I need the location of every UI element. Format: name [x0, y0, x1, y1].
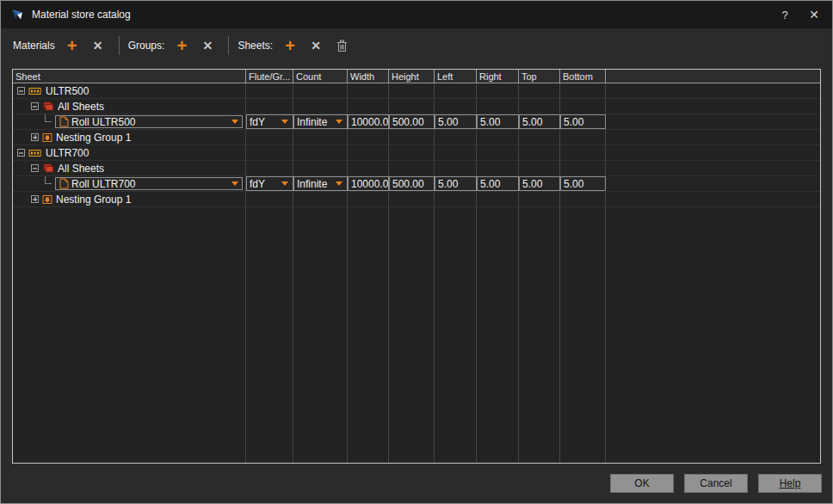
bottom-cell[interactable]: 5.00	[560, 176, 606, 191]
count-cell[interactable]: Infinite	[293, 176, 348, 191]
add-material-button[interactable]: +	[64, 37, 81, 54]
row-label: ULTR500	[46, 85, 89, 97]
close-button[interactable]: ✕	[799, 1, 829, 28]
empty-cell	[246, 130, 293, 144]
sheets-stack-icon	[42, 163, 54, 174]
left-cell[interactable]: 5.00	[435, 176, 477, 191]
empty-cell	[246, 192, 293, 206]
flute-cell[interactable]: fdY	[246, 114, 293, 129]
add-group-button[interactable]: +	[173, 37, 190, 54]
width-cell[interactable]: 10000.00	[348, 176, 389, 191]
left-cell[interactable]: 5.00	[435, 114, 477, 129]
sheet-icon	[59, 116, 69, 127]
column-header[interactable]: Height	[389, 70, 435, 83]
dropdown-arrow-icon[interactable]	[281, 120, 288, 124]
tree-row-material[interactable]: ULTR700	[13, 145, 820, 161]
column-header[interactable]	[606, 70, 820, 83]
tree-row-material[interactable]: ULTR500	[13, 83, 820, 99]
dropdown-arrow-icon[interactable]	[336, 181, 342, 186]
ok-button[interactable]: OK	[610, 474, 674, 493]
empty-cell	[560, 130, 606, 144]
delete-group-button[interactable]: ✕	[199, 37, 216, 54]
dropdown-arrow-icon[interactable]	[231, 181, 238, 186]
add-sheet-button[interactable]: +	[281, 37, 299, 54]
sheet-icon	[59, 178, 69, 189]
empty-column	[389, 207, 435, 463]
tree-row-sheet[interactable]: Roll ULTR700fdYInfinite10000.00500.005.0…	[13, 176, 820, 192]
expander-minus-icon[interactable]	[17, 149, 25, 157]
empty-cell	[293, 192, 348, 206]
tree-row-sheet[interactable]: Roll ULTR500fdYInfinite10000.00500.005.0…	[13, 114, 820, 130]
height-cell[interactable]: 500.00	[389, 114, 435, 129]
right-cell[interactable]: 5.00	[477, 176, 519, 191]
count-cell[interactable]: Infinite	[293, 114, 348, 129]
height-cell[interactable]: 500.00	[389, 176, 435, 191]
empty-cell	[477, 145, 519, 160]
sheet-name-field[interactable]: Roll ULTR700	[55, 177, 243, 190]
cancel-button[interactable]: Cancel	[684, 474, 748, 493]
sheets-label: Sheets:	[238, 40, 273, 52]
empty-cell	[519, 99, 560, 114]
material-tree-table: SheetFlute/Gr...CountWidthHeightLeftRigh…	[12, 69, 821, 464]
tree-elbow	[45, 114, 52, 122]
empty-cell	[246, 161, 293, 175]
toolbar-separator	[228, 36, 229, 55]
top-cell[interactable]: 5.00	[519, 176, 560, 191]
empty-cell	[606, 161, 820, 175]
toolbar: Materials + ✕ Groups: + ✕ Sheets: + ✕	[1, 28, 832, 63]
dropdown-arrow-icon[interactable]	[281, 181, 288, 186]
column-header[interactable]: Top	[519, 70, 560, 83]
empty-cell	[389, 192, 435, 206]
row-label: Roll ULTR700	[71, 178, 135, 190]
tree-row-nesting[interactable]: Nesting Group 1	[13, 192, 820, 207]
material-store-catalog-dialog: Material store catalog ? ✕ Materials + ✕…	[0, 0, 833, 504]
empty-cell	[435, 161, 477, 175]
empty-column	[246, 207, 293, 463]
empty-cell	[519, 161, 560, 175]
dropdown-arrow-icon[interactable]	[231, 120, 238, 124]
empty-cell	[606, 145, 820, 160]
groups-label: Groups:	[128, 40, 165, 52]
help-titlebar-button[interactable]: ?	[770, 1, 799, 28]
empty-cell	[348, 192, 389, 206]
row-label: Nesting Group 1	[56, 194, 131, 206]
column-header[interactable]: Bottom	[560, 70, 606, 83]
expander-minus-icon[interactable]	[31, 164, 39, 172]
delete-sheet-button[interactable]: ✕	[307, 37, 324, 54]
tree-row-group[interactable]: All Sheets	[13, 99, 820, 114]
empty-cell	[246, 99, 293, 114]
column-header[interactable]: Width	[348, 70, 389, 83]
top-cell[interactable]: 5.00	[519, 114, 560, 129]
empty-cell	[348, 145, 389, 160]
width-cell[interactable]: 10000.00	[348, 114, 389, 129]
empty-cell	[293, 83, 348, 98]
column-header[interactable]: Left	[435, 70, 477, 83]
dropdown-arrow-icon[interactable]	[336, 120, 342, 124]
trash-icon[interactable]	[333, 37, 350, 54]
empty-column	[435, 207, 477, 463]
empty-cell	[435, 83, 477, 98]
column-header[interactable]: Count	[293, 70, 348, 83]
expander-plus-icon[interactable]	[31, 195, 39, 203]
empty-cell	[389, 99, 435, 114]
right-cell[interactable]: 5.00	[477, 114, 519, 129]
help-button[interactable]: Help	[758, 474, 822, 493]
bottom-cell[interactable]: 5.00	[560, 114, 606, 129]
column-header[interactable]: Right	[477, 70, 519, 83]
tree-row-group[interactable]: All Sheets	[13, 161, 820, 176]
column-header[interactable]: Sheet	[13, 70, 246, 83]
column-header[interactable]: Flute/Gr...	[246, 70, 293, 83]
sheet-name-field[interactable]: Roll ULTR500	[55, 115, 243, 128]
delete-material-button[interactable]: ✕	[89, 37, 107, 54]
empty-cell	[477, 161, 519, 175]
expander-plus-icon[interactable]	[31, 133, 39, 141]
tree-row-nesting[interactable]: Nesting Group 1	[13, 130, 820, 145]
expander-minus-icon[interactable]	[17, 87, 25, 95]
empty-cell	[293, 161, 348, 175]
sheets-stack-icon	[42, 101, 54, 112]
empty-column	[13, 207, 246, 463]
footer-bar: OK Cancel Help	[1, 464, 832, 503]
empty-column	[606, 207, 820, 463]
flute-cell[interactable]: fdY	[246, 176, 293, 191]
expander-minus-icon[interactable]	[31, 102, 39, 110]
